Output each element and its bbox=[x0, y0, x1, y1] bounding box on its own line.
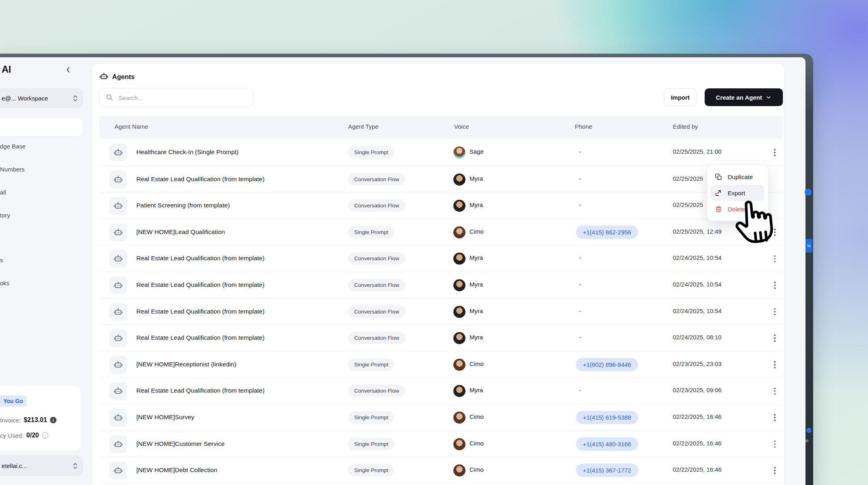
row-menu-button[interactable] bbox=[770, 280, 779, 291]
table-row[interactable]: Healthcare Check-In (Single Prompt) Sing… bbox=[99, 139, 783, 166]
voice-name: Cimo bbox=[469, 466, 484, 473]
row-menu-button[interactable] bbox=[770, 412, 779, 423]
billing-card: You Go Invoice: $213.01 i cy Used: 0/20 … bbox=[0, 386, 81, 451]
voice-name: Cimo bbox=[469, 413, 484, 420]
sidebar-item-active[interactable] bbox=[0, 118, 83, 136]
agent-type-badge: Single Prompt bbox=[348, 226, 394, 238]
sidebar-item-webhooks[interactable]: oks bbox=[0, 280, 9, 286]
sidebar-item-analytics[interactable]: s bbox=[0, 257, 3, 263]
agent-icon bbox=[109, 435, 127, 453]
agent-name: Real Estate Lead Qualification (from tem… bbox=[136, 334, 265, 341]
agent-icon bbox=[109, 250, 127, 268]
row-menu-button[interactable] bbox=[770, 386, 779, 396]
agent-icon bbox=[109, 171, 127, 188]
agent-name: [NEW HOME]Debt Collection bbox=[136, 466, 217, 474]
table-row[interactable]: Real Estate Lead Qualification (from tem… bbox=[99, 298, 783, 325]
edited-date: 02/25/2025 bbox=[673, 175, 703, 182]
edited-date: 02/25/2025, 12:49 bbox=[673, 228, 722, 235]
voice-avatar bbox=[453, 412, 465, 424]
table-row[interactable]: [NEW HOME]Receptionist (linkedin) Single… bbox=[99, 351, 783, 378]
row-menu-button[interactable] bbox=[770, 253, 779, 264]
agent-icon bbox=[109, 382, 127, 400]
agent-icon bbox=[109, 356, 127, 374]
row-menu-button[interactable] bbox=[770, 333, 779, 343]
voice-name: Myra bbox=[469, 175, 483, 182]
frame-edge-dot bbox=[806, 428, 812, 433]
phone-number-pill[interactable]: +1(415) 367-1772 bbox=[576, 464, 638, 477]
agent-name: [NEW HOME]Receptionist (linkedin) bbox=[136, 361, 236, 368]
phone-value: - bbox=[579, 281, 581, 288]
agent-icon bbox=[109, 409, 127, 426]
sidebar-item-call-history[interactable]: tory bbox=[0, 212, 10, 219]
row-menu-button[interactable] bbox=[770, 147, 779, 158]
sidebar-item-batch-call[interactable]: all bbox=[0, 189, 6, 196]
agent-type-badge: Conversation Flow bbox=[348, 385, 405, 397]
agent-name: Real Estate Lead Qualification (from tem… bbox=[136, 308, 265, 315]
agent-name: Real Estate Lead Qualification (from tem… bbox=[136, 281, 265, 288]
table-row[interactable]: Patient Screening (from template) Conver… bbox=[99, 192, 783, 219]
edited-date: 02/24/2025, 10:54 bbox=[673, 254, 722, 261]
menu-item-label: Export bbox=[728, 190, 745, 197]
voice-avatar bbox=[453, 146, 465, 159]
app-window: AI e@... Workspace dge Base Numbers all … bbox=[0, 57, 805, 485]
agent-name: [NEW HOME]Survey bbox=[136, 414, 194, 421]
row-menu-button[interactable] bbox=[770, 465, 779, 476]
agent-name: Real Estate Lead Qualification (from tem… bbox=[136, 255, 265, 262]
phone-number-pill[interactable]: +1(415) 862-2956 bbox=[576, 226, 638, 239]
edited-date: 02/22/2025, 16:46 bbox=[673, 440, 722, 447]
table-row[interactable]: Real Estate Lead Qualification (from tem… bbox=[99, 166, 783, 193]
agent-type-badge: Conversation Flow bbox=[348, 199, 405, 212]
info-icon[interactable]: i bbox=[50, 417, 56, 423]
agent-name: Real Estate Lead Qualification (from tem… bbox=[136, 176, 265, 183]
table-row[interactable]: [NEW HOME]Lead Qualification Single Prom… bbox=[99, 219, 783, 246]
voice-name: Cimo bbox=[469, 360, 484, 367]
phone-number-pill[interactable]: +1(415) 480-3166 bbox=[576, 437, 638, 451]
row-menu-button[interactable] bbox=[770, 439, 779, 449]
voice-avatar bbox=[453, 253, 465, 265]
upgrade-icon[interactable]: ↑ bbox=[42, 432, 48, 439]
agent-type-badge: Conversation Flow bbox=[348, 305, 405, 318]
edited-date: 02/23/2025, 23:03 bbox=[673, 360, 722, 367]
sidebar-item-phone-numbers[interactable]: Numbers bbox=[0, 166, 25, 173]
table-row[interactable]: Real Estate Lead Qualification (from tem… bbox=[99, 245, 783, 272]
table-row[interactable]: [NEW HOME]Customer Service Single Prompt… bbox=[99, 431, 783, 458]
account-label: etellai.c... bbox=[2, 462, 27, 469]
agent-icon bbox=[109, 303, 127, 321]
account-selector[interactable]: etellai.c... bbox=[0, 455, 83, 476]
table-row[interactable]: Real Estate Lead Qualification (from tem… bbox=[99, 377, 783, 404]
phone-value: - bbox=[579, 307, 581, 314]
frame-edge-text: IF bbox=[805, 439, 809, 443]
phone-number-pill[interactable]: +1(802) 896-8446 bbox=[576, 358, 638, 371]
edited-date: 02/22/2025, 16:46 bbox=[673, 413, 722, 420]
menu-item-duplicate[interactable]: Duplicate bbox=[711, 169, 764, 185]
export-icon bbox=[715, 189, 722, 197]
voice-name: Myra bbox=[469, 201, 483, 208]
agent-name: Real Estate Lead Qualification (from tem… bbox=[136, 387, 265, 394]
agent-icon bbox=[109, 329, 127, 347]
agent-type-badge: Conversation Flow bbox=[348, 332, 405, 344]
edited-date: 02/24/2025, 08:10 bbox=[673, 334, 722, 341]
agent-icon bbox=[109, 144, 127, 161]
row-menu-button[interactable] bbox=[770, 360, 779, 370]
agent-type-badge: Single Prompt bbox=[348, 146, 394, 159]
table-row[interactable]: Real Estate Lead Qualification (from tem… bbox=[99, 324, 783, 351]
voice-name: Cimo bbox=[469, 440, 484, 447]
table-row[interactable]: [NEW HOME]Debt Collection Single Prompt … bbox=[99, 457, 783, 484]
table-row[interactable] bbox=[99, 483, 783, 485]
concurrency-label: cy Used: bbox=[0, 432, 23, 439]
sidebar-item-knowledge-base[interactable]: dge Base bbox=[0, 143, 25, 150]
frame-edge-tag: la bbox=[805, 239, 812, 253]
agent-name: Healthcare Check-In (Single Prompt) bbox=[136, 148, 238, 156]
phone-number-pill[interactable]: +1(415) 619-5388 bbox=[576, 411, 638, 424]
row-menu-button[interactable] bbox=[770, 307, 779, 317]
concurrency-value: 0/20 bbox=[26, 432, 39, 439]
voice-name: Myra bbox=[469, 307, 483, 314]
edited-date: 02/25/2025, 21:00 bbox=[673, 148, 722, 155]
workspace-selector[interactable]: e@... Workspace bbox=[0, 88, 83, 108]
menu-item-label: Duplicate bbox=[728, 174, 753, 180]
table-row[interactable]: Real Estate Lead Qualification (from tem… bbox=[99, 272, 783, 299]
cursor-hand bbox=[728, 196, 779, 251]
table-row[interactable]: [NEW HOME]Survey Single Prompt Cimo +1(4… bbox=[99, 404, 783, 431]
sidebar-collapse-button[interactable] bbox=[64, 65, 73, 74]
phone-value: - bbox=[579, 334, 581, 341]
